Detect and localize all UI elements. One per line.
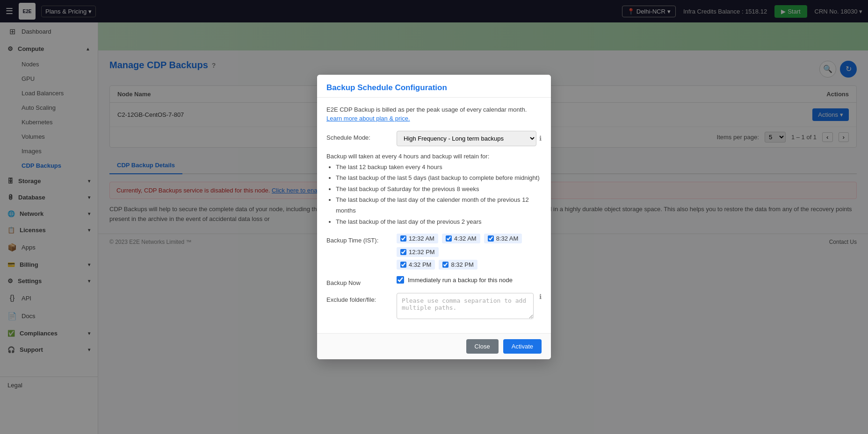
schedule-mode-label: Schedule Mode: (326, 131, 397, 141)
backup-times-field: 12:32 AM 4:32 AM 8:32 AM 12:32 PM (397, 234, 542, 270)
backup-schedule-modal: Backup Schedule Configuration E2E CDP Ba… (317, 75, 551, 359)
backup-times-list: 12:32 AM 4:32 AM 8:32 AM 12:32 PM (397, 234, 542, 257)
learn-more-link[interactable]: Learn more about plan & price. (326, 115, 410, 122)
checkbox-832am[interactable] (488, 235, 494, 242)
backup-times-row2: 4:32 PM 8:32 PM (397, 260, 542, 270)
backup-time-row: Backup Time (IST): 12:32 AM 4:32 AM (326, 234, 542, 270)
modal-body: E2E CDP Backup is billed as per the peak… (317, 98, 551, 333)
exclude-info-icon[interactable]: ℹ (539, 293, 542, 300)
backup-now-text: Immediately run a backup for this node (408, 277, 513, 284)
checkbox-832pm[interactable] (442, 262, 448, 268)
checkbox-432am[interactable] (446, 235, 452, 242)
checkbox-432pm[interactable] (400, 262, 406, 268)
backup-now-row: Backup Now Immediately run a backup for … (326, 276, 542, 286)
bullet-item: The last backup of the last 5 days (last… (336, 172, 542, 183)
modal-footer: Close Activate (317, 333, 551, 359)
bullet-list: The last 12 backup taken every 4 hours T… (336, 162, 542, 227)
backup-now-checkbox[interactable] (397, 276, 404, 284)
bullet-item: The last backup of the last day of the c… (336, 194, 542, 216)
time-check-432pm[interactable]: 4:32 PM (397, 260, 435, 270)
schedule-description: Backup will taken at every 4 hours and b… (326, 153, 542, 227)
exclude-textarea[interactable] (397, 293, 534, 319)
close-button[interactable]: Close (466, 339, 499, 354)
exclude-row: Exclude folder/file: ℹ (326, 293, 542, 319)
exclude-label: Exclude folder/file: (326, 293, 397, 303)
time-check-432am[interactable]: 4:32 AM (442, 234, 480, 243)
schedule-info-icon[interactable]: ℹ (539, 135, 542, 142)
schedule-desc-text: Backup will taken at every 4 hours and b… (326, 153, 542, 160)
time-check-832pm[interactable]: 8:32 PM (439, 260, 477, 270)
time-check-832am[interactable]: 8:32 AM (484, 234, 522, 243)
activate-button[interactable]: Activate (503, 339, 542, 354)
time-check-1232pm[interactable]: 12:32 PM (397, 247, 439, 257)
exclude-field: ℹ (397, 293, 542, 319)
checkbox-1232pm[interactable] (400, 249, 406, 255)
schedule-mode-select[interactable]: High Frequency - Long term backups Daily… (397, 131, 536, 146)
backup-now-check-row: Immediately run a backup for this node (397, 276, 542, 284)
modal-title: Backup Schedule Configuration (326, 83, 542, 92)
schedule-mode-field: High Frequency - Long term backups Daily… (397, 131, 542, 146)
backup-now-label: Backup Now (326, 276, 397, 286)
checkbox-1232am[interactable] (400, 235, 406, 242)
modal-info: E2E CDP Backup is billed as per the peak… (326, 105, 542, 123)
modal-header: Backup Schedule Configuration (317, 75, 551, 98)
modal-overlay: Backup Schedule Configuration E2E CDP Ba… (0, 0, 868, 434)
bullet-item: The last 12 backup taken every 4 hours (336, 162, 542, 172)
schedule-mode-row: Schedule Mode: High Frequency - Long ter… (326, 131, 542, 146)
backup-now-field: Immediately run a backup for this node (397, 276, 542, 284)
bullet-item: The last backup of Saturday for the prev… (336, 184, 542, 194)
backup-time-label: Backup Time (IST): (326, 234, 397, 244)
time-check-1232am[interactable]: 12:32 AM (397, 234, 438, 243)
bullet-item: The last backup of the last day of the p… (336, 216, 542, 227)
